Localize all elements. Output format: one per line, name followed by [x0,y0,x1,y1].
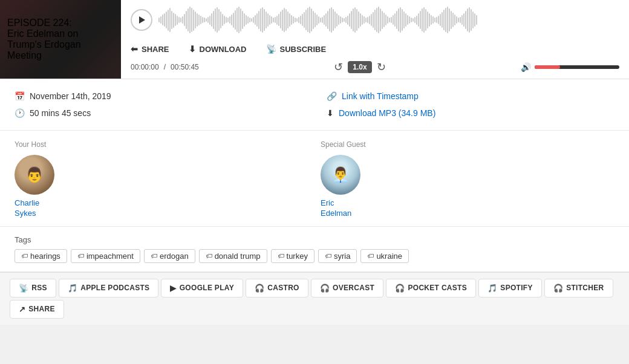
episode-number: EPISODE 224: [7,18,114,28]
waveform-bar [191,8,192,32]
tag-item[interactable]: 🏷erdogan [144,249,195,263]
stitcher-icon: 🎧 [553,284,563,293]
link-timestamp-item[interactable]: 🔗 Link with Timestamp [327,91,614,101]
player-section: EPISODE 224: Eric Edelman on Trump's Erd… [0,0,629,79]
waveform-bar [345,17,347,23]
tag-item[interactable]: 🏷ukraine [360,249,409,263]
bottom-btn-castro[interactable]: 🎧CASTRO [246,279,308,297]
volume-fill [535,65,560,69]
waveform-bar [177,16,178,25]
share-button[interactable]: ⬅ SHARE [131,44,169,54]
host-name: Charlie Sykes [15,198,39,219]
waveform-bar [471,9,472,31]
waveform-bar [217,7,218,33]
skip-forward-button[interactable]: ↻ [377,60,386,74]
download-button[interactable]: ⬇ DOWNLOAD [189,44,247,54]
waveform-bar [436,17,437,23]
waveform-bar [438,16,439,24]
play-button[interactable] [131,9,152,31]
tags-section: Tags 🏷hearings🏷impeachment🏷erdogan🏷donal… [0,227,629,272]
share-label: SHARE [28,305,55,313]
host-label: Your Host [15,140,308,149]
waveform-bar [229,16,230,24]
waveform-bar [209,16,210,25]
bottom-btn-pocketcasts[interactable]: 🎧POCKET CASTS [386,279,476,297]
download-mp3-item[interactable]: ⬇ Download MP3 (34.9 MB) [327,108,614,118]
waveform-bar [449,8,450,31]
waveform-bar [295,18,296,22]
bottom-btn-rss[interactable]: 📡RSS [10,279,56,297]
tag-label: erdogan [160,252,189,261]
waveform-bar [327,11,328,29]
guest-card[interactable]: 👨‍💼 Eric Edelman [321,155,614,219]
bottom-btn-apple[interactable]: 🎵APPLE PODCASTS [59,279,159,297]
date-text: November 14th, 2019 [30,91,111,101]
tag-item[interactable]: 🏷impeachment [71,249,140,263]
waveform-bar [458,18,459,22]
bottom-btn-overcast[interactable]: 🎧OVERCAST [311,279,383,297]
waveform-bar [389,18,390,22]
tag-item[interactable]: 🏷turkey [271,249,314,263]
waveform-bar [400,7,401,33]
waveform-bar [322,17,323,23]
waveform-bar [460,17,461,23]
waveform-bar [220,11,221,28]
waveform-bar [238,7,240,33]
waveform-bar [403,11,405,28]
waveform-bar [454,15,455,25]
duration-item: 🕐 50 mins 45 secs [15,108,302,118]
speed-badge[interactable]: 1.0x [348,61,371,73]
waveform-bar [380,8,381,31]
tag-item[interactable]: 🏷donald trump [199,249,267,263]
waveform-bar [235,10,236,30]
waveform-bar [369,16,370,24]
waveform[interactable] [158,5,619,35]
waveform-bar [240,8,241,31]
waveform-bar [371,14,372,26]
waveform-bar [358,11,359,28]
download-mp3-link[interactable]: Download MP3 (34.9 MB) [339,108,435,118]
waveform-bar [269,15,270,25]
waveform-bar [180,18,181,22]
waveform-bar [189,7,191,33]
volume-bar[interactable] [535,65,619,69]
tag-item[interactable]: 🏷hearings [15,249,67,263]
bottom-btn-google[interactable]: ▶GOOGLE PLAY [161,279,243,297]
waveform-bar [414,17,416,23]
waveform-bar [197,13,198,27]
waveform-bar [461,15,463,25]
waveform-bar [463,13,464,27]
overcast-label: OVERCAST [333,284,374,292]
waveform-bar [340,16,341,24]
waveform-bar [249,18,250,22]
apple-icon: 🎵 [68,284,77,293]
tag-label: turkey [287,252,308,261]
download-icon: ⬇ [189,44,196,54]
waveform-bar [162,15,163,25]
waveform-bar [351,11,352,29]
bottom-btn-stitcher[interactable]: 🎧STITCHER [544,279,613,297]
waveform-bar [394,13,396,27]
waveform-bar [247,16,249,24]
skip-back-button[interactable]: ↺ [334,60,343,74]
current-time: 00:00:00 [131,63,159,71]
tag-label: impeachment [86,252,134,261]
waveform-bar [200,16,201,24]
waveform-bar [266,11,267,28]
share-icon: ↗ [19,305,25,314]
subscribe-button[interactable]: 📡 SUBSCRIBE [266,44,327,54]
host-card[interactable]: 👨 Charlie Sykes [15,155,308,219]
waveform-bar [309,7,310,33]
waveform-bar [158,18,160,22]
waveform-bar [456,16,457,24]
waveform-area [131,5,619,35]
tag-icon: 🏷 [77,252,84,259]
bottom-btn-spotify[interactable]: 🎵SPOTIFY [478,279,542,297]
waveform-bar [382,11,383,29]
waveform-bar [333,9,334,31]
castro-label: CASTRO [267,284,299,292]
link-timestamp-link[interactable]: Link with Timestamp [342,91,419,101]
bottom-btn-share[interactable]: ↗SHARE [10,300,64,319]
tag-item[interactable]: 🏷syria [318,249,357,263]
clock-icon: 🕐 [15,108,25,118]
